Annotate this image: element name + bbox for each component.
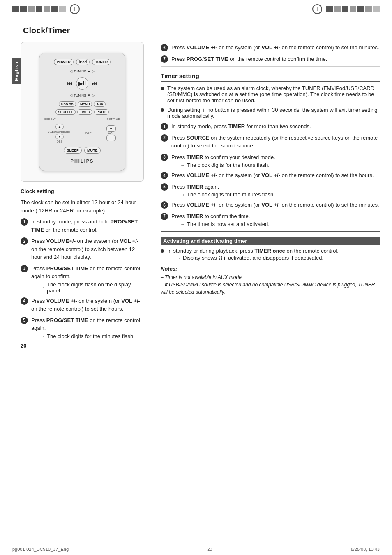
down-button[interactable]: ▼ [55,134,64,139]
step-text-5: Press PROG/SET TIME on the remote contro… [31,317,140,332]
album-preset-label: ALBUM/PRESET [48,130,71,133]
vol-control: + VOL – [106,125,116,141]
footer-right: 8/25/08, 10:43 [351,547,380,552]
step-num-1: 1 [21,218,28,226]
hdr-box-r5 [357,6,364,12]
menu-button[interactable]: MENU [78,101,92,107]
timer-step-num-2: 2 [161,134,168,142]
hdr-box-r6 [365,6,372,12]
hdr-box-4 [36,6,42,12]
header-decoration-right [326,6,380,12]
timer-bullet-text-2: During setting, if no button is pressed … [167,107,380,119]
step-3-result: The clock digits flash on the display pa… [31,281,144,294]
timer-step-1: 1 In standby mode, press TIMER for more … [161,122,380,131]
up-button[interactable]: ▲ [55,124,64,129]
tuning-up: ◁TUNING ▲▷ [70,69,95,73]
step-text-6: Press VOLUME +/- on the system (or VOL +… [171,44,380,52]
timer-step-num-6: 6 [161,201,168,209]
clock-step-4: 4 Press VOLUME +/- on the system (or VOL… [21,297,144,313]
mid-buttons-row1: USB SD MENU AUX [59,101,106,107]
aux-button[interactable]: AUX [94,101,106,107]
clock-setting-intro: The clock can be set in either 12-hour o… [21,198,144,214]
prog-button[interactable]: PROG [94,109,109,115]
hdr-box-r3 [342,6,348,12]
tuning-down: ◁TUNING ▼▷ [70,94,95,97]
right-column: 6 Press VOLUME +/- on the system (or VOL… [152,42,380,352]
step-num-3: 3 [21,265,28,272]
timer-step-text-7: Press TIMER to confirm the time. [171,213,250,219]
clock-step-6: 6 Press VOLUME +/- on the system (or VOL… [161,44,380,52]
footer-center: 20 [207,547,212,552]
timer-step-7: 7 Press TIMER to confirm the time. The t… [161,212,380,228]
note-line-2: – If USB/SD/MMC source is selected and n… [161,281,380,296]
tuner-button[interactable]: TUNER [92,59,111,65]
step-5-result: The clock digits for the minutes flash. [31,333,144,339]
remote-control: POWER iPod TUNER ◁TUNING ▲▷ ⏮ ▶II ⏭ ◁TUN… [39,53,125,171]
step-num-7: 7 [161,55,168,63]
hdr-box-r2 [334,6,341,12]
header-crosshair-right [312,4,322,14]
main-content: English POWER iPod TUNER ◁TUNING ▲▷ ⏮ ▶I [0,42,392,352]
activating-dot [161,249,164,253]
play-pause-button[interactable]: ▶II [76,77,88,90]
prev-button[interactable]: ⏮ [67,80,73,87]
clock-steps-list: 1 In standby mode, press and hold PROG/S… [21,218,144,339]
vol-plus-button[interactable]: + [106,125,116,132]
timer-bullet-2: During setting, if no button is pressed … [161,107,380,119]
page-number-left: 20 [21,343,144,349]
timer-step-7-result: The timer is now set and activated. [171,221,270,227]
timer-setting-title: Timer setting [161,72,380,82]
notes-title: Notes: [161,266,380,272]
step-num-4: 4 [21,297,28,305]
activating-result: Display shows Ω if activated, and disapp… [167,255,339,261]
timer-button[interactable]: TIMER [77,109,92,115]
hdr-box-2 [20,6,27,12]
timer-step-text-3: Press TIMER to confirm your desired mode… [171,154,275,160]
timer-step-5: 5 Press TIMER again. The clock digits fo… [161,183,380,198]
step-text-7: Press PROG/SET TIME on the remote contro… [171,55,380,63]
mute-button[interactable]: MUTE [84,147,101,154]
set-time-label: SET TIME [107,118,120,121]
timer-step-4: 4 Press VOLUME +/- on the system (or VOL… [161,171,380,180]
bullet-dot-1 [161,87,164,90]
transport-controls: ⏮ ▶II ⏭ [67,77,97,90]
timer-step-text-5: Press TIMER again. [171,184,219,190]
vol-minus-button[interactable]: – [106,135,116,141]
philips-brand: PHILIPS [71,159,94,164]
timer-step-3-result: The clock digits for the hours flash. [171,162,275,168]
timer-bullet-text-1: The system can be used as an alarm clock… [167,85,380,104]
shuffle-button[interactable]: SHUFFLE [55,109,76,115]
ipod-button[interactable]: iPod [76,59,90,65]
power-button[interactable]: POWER [54,59,74,65]
timer-step-3: 3 Press TIMER to confirm your desired mo… [161,153,380,168]
timer-step-5-result: The clock digits for the minutes flash. [171,191,275,198]
timer-step-num-1: 1 [161,123,168,130]
timer-step-num-5: 5 [161,183,168,191]
activating-text: In standby or during playback, press TIM… [167,248,339,261]
dpad-area: ▲ ALBUM/PRESET ▼ DBB DSC + VOL – [44,124,120,143]
bullet-dot-2 [161,108,164,112]
clock-steps-right: 6 Press VOLUME +/- on the system (or VOL… [161,44,380,63]
step-num-5: 5 [21,317,28,324]
timer-step-num-4: 4 [161,172,168,179]
mid-buttons-row2: SHUFFLE TIMER PROG [55,109,108,115]
step-num-6: 6 [161,44,168,51]
clock-step-2: 2 Press VOLUME+/- on the system (or VOL … [21,237,144,261]
next-button[interactable]: ⏭ [92,80,97,87]
timer-step-num-7: 7 [161,213,168,220]
hdr-box-3 [28,6,35,12]
vol-label: VOL [108,132,114,135]
step-text-3: Press PROG/SET TIME on the remote contro… [31,265,140,280]
step-text-2: Press VOLUME+/- on the system (or VOL +/… [31,237,144,261]
clock-step-1: 1 In standby mode, press and hold PROG/S… [21,218,144,234]
left-column: POWER iPod TUNER ◁TUNING ▲▷ ⏮ ▶II ⏭ ◁TUN… [21,42,152,352]
timer-step-text-2: Press SOURCE on the system repeatedly (o… [171,134,380,150]
hdr-box-r4 [350,6,356,12]
usb-sd-button[interactable]: USB SD [59,101,76,107]
dbb-label: DBB [57,140,62,143]
activating-title: Activating and deactivating timer [161,237,380,245]
footer-left: pg001-024_DC910_37_Eng [12,547,69,552]
sleep-button[interactable]: SLEEP [64,147,82,154]
clock-setting-title: Clock setting [21,188,144,196]
clock-step-3: 3 Press PROG/SET TIME on the remote cont… [21,265,144,294]
